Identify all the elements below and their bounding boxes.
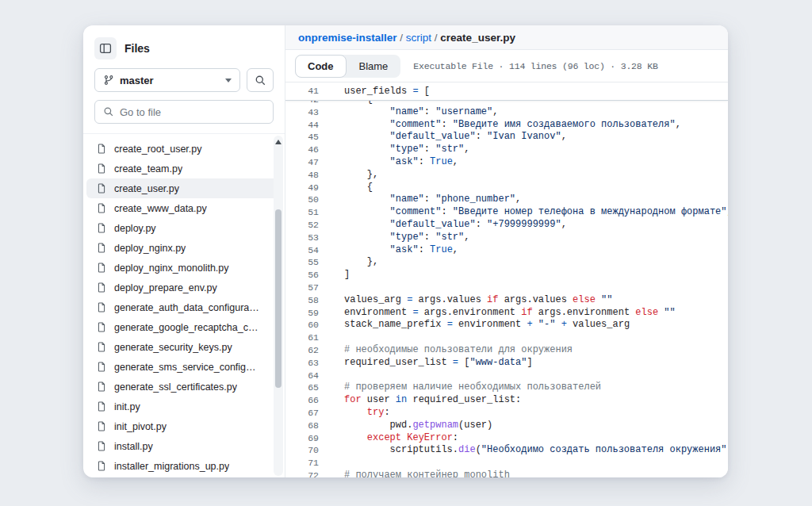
file-toolbar: CodeBlame Executable File · 114 lines (9… xyxy=(285,50,728,82)
line-number[interactable]: 72 xyxy=(285,470,324,477)
code-viewer: 41user_fields = [ 42 {43 "name": "userna… xyxy=(285,82,728,477)
code-text: user_fields = [ xyxy=(324,82,430,100)
line-number[interactable]: 65 xyxy=(285,381,324,394)
line-number[interactable]: 44 xyxy=(285,119,324,132)
code-line: 71 xyxy=(285,457,728,470)
file-name: init_pivot.py xyxy=(114,421,167,432)
file-icon xyxy=(96,182,107,194)
line-number[interactable]: 50 xyxy=(285,194,324,206)
code-line: 70 scriptutils.die("Необходимо создать п… xyxy=(285,444,728,457)
file-item[interactable]: generate_security_keys.py xyxy=(86,337,280,357)
file-icon xyxy=(96,143,107,155)
code-line: 63required_user_list = ["www-data"] xyxy=(285,357,728,370)
breadcrumb-link[interactable]: onpremise-installer xyxy=(298,32,397,44)
file-item[interactable]: generate_auth_data_configurati… xyxy=(86,297,280,317)
file-item[interactable]: deploy_prepare_env.py xyxy=(86,278,280,297)
file-item[interactable]: generate_ssl_certificates.py xyxy=(86,377,280,397)
line-number[interactable]: 48 xyxy=(285,169,324,182)
breadcrumb-link[interactable]: script xyxy=(406,32,431,44)
code-line: 51 "comment": "Введите номер телефона в … xyxy=(285,206,728,219)
code-text: scriptutils.die("Необходимо создать поль… xyxy=(324,444,728,457)
tab-code[interactable]: Code xyxy=(295,55,347,78)
line-number[interactable]: 71 xyxy=(285,457,324,470)
code-text: # проверяем наличие необходимых пользова… xyxy=(324,381,601,394)
code-text: { xyxy=(324,182,373,194)
file-item[interactable]: create_team.py xyxy=(86,159,280,178)
code-line: 52 "default_value": "+7999999999", xyxy=(285,219,728,232)
line-number[interactable]: 57 xyxy=(285,282,324,294)
file-item[interactable]: loader.py xyxy=(86,476,280,477)
line-number[interactable]: 70 xyxy=(285,444,324,457)
file-item[interactable]: generate_google_recaptcha_co… xyxy=(86,317,280,337)
file-item[interactable]: install.py xyxy=(86,436,280,456)
code-text: required_user_list = ["www-data"] xyxy=(324,357,533,370)
code-line: 49 { xyxy=(285,182,728,194)
line-number[interactable]: 54 xyxy=(285,244,324,257)
file-name: deploy_prepare_env.py xyxy=(114,282,217,293)
line-number[interactable]: 66 xyxy=(285,394,324,407)
file-item[interactable]: create_root_user.py xyxy=(86,139,280,159)
code-line: 67 try: xyxy=(285,407,728,420)
code-text: pwd.getpwnam(user) xyxy=(324,420,492,432)
line-number[interactable]: 53 xyxy=(285,232,324,244)
file-item[interactable]: deploy_nginx.py xyxy=(86,238,280,258)
go-to-file-input[interactable]: Go to file xyxy=(94,100,274,124)
file-name: generate_security_keys.py xyxy=(114,342,232,353)
files-sidebar: Files master xyxy=(83,25,285,477)
sidebar-collapse-button[interactable] xyxy=(94,37,117,59)
breadcrumb: onpremise-installer / script / create_us… xyxy=(285,25,728,50)
file-item[interactable]: init_pivot.py xyxy=(86,416,280,436)
file-item[interactable]: deploy_nginx_monolith.py xyxy=(86,258,280,278)
file-icon xyxy=(96,420,107,432)
file-item[interactable]: create_www_data.py xyxy=(86,198,280,218)
code-text: "ask": True, xyxy=(324,156,458,169)
file-icon xyxy=(96,163,107,174)
file-item[interactable]: create_user.py xyxy=(86,178,280,198)
search-button[interactable] xyxy=(247,68,274,92)
code-text: for user in required_user_list: xyxy=(324,394,521,407)
tab-blame[interactable]: Blame xyxy=(347,55,401,78)
code-line: 55 }, xyxy=(285,256,728,269)
line-number[interactable]: 49 xyxy=(285,182,324,194)
line-number[interactable]: 61 xyxy=(285,332,324,344)
code-line: 64 xyxy=(285,370,728,382)
sidebar-header: Files xyxy=(83,25,285,68)
line-number[interactable]: 52 xyxy=(285,219,324,232)
line-number[interactable]: 63 xyxy=(285,357,324,370)
side-panel-icon xyxy=(99,42,112,55)
scrollbar-up-arrow[interactable] xyxy=(275,140,282,144)
code-line: 66for user in required_user_list: xyxy=(285,394,728,407)
file-meta-info: Executable File · 114 lines (96 loc) · 3… xyxy=(413,61,657,71)
line-number[interactable]: 62 xyxy=(285,344,324,357)
file-item[interactable]: deploy.py xyxy=(86,218,280,238)
line-number[interactable]: 69 xyxy=(285,432,324,445)
line-number[interactable]: 55 xyxy=(285,256,324,269)
sidebar-controls: master Go to file xyxy=(83,68,285,124)
file-item[interactable]: init.py xyxy=(86,397,280,416)
line-number[interactable]: 67 xyxy=(285,407,324,420)
file-view-panel: onpremise-installer / script / create_us… xyxy=(285,25,728,477)
line-number[interactable]: 45 xyxy=(285,131,324,144)
line-number[interactable]: 51 xyxy=(285,206,324,219)
file-item[interactable]: generate_sms_service_configura… xyxy=(86,357,280,377)
line-number[interactable]: 56 xyxy=(285,269,324,282)
file-item[interactable]: installer_migrations_up.py xyxy=(86,456,280,476)
line-number[interactable]: 46 xyxy=(285,144,324,156)
sidebar-scrollbar[interactable] xyxy=(274,136,283,476)
sticky-code-line: 41user_fields = [ xyxy=(285,82,728,101)
code-text: except KeyError: xyxy=(324,432,458,445)
line-number[interactable]: 59 xyxy=(285,307,324,320)
code-line: 43 "name": "username", xyxy=(285,106,728,119)
branch-selector[interactable]: master xyxy=(94,68,240,92)
line-number[interactable]: 60 xyxy=(285,319,324,332)
scrollbar-thumb[interactable] xyxy=(275,209,282,388)
code-line: 57 xyxy=(285,282,728,294)
line-number[interactable]: 58 xyxy=(285,294,324,307)
line-number[interactable]: 41 xyxy=(285,82,324,100)
line-number[interactable]: 64 xyxy=(285,370,324,382)
line-number[interactable]: 43 xyxy=(285,106,324,119)
line-number[interactable]: 68 xyxy=(285,420,324,432)
line-number[interactable]: 47 xyxy=(285,156,324,169)
code-line: 58values_arg = args.values if args.value… xyxy=(285,294,728,307)
file-name: generate_ssl_certificates.py xyxy=(114,381,237,393)
